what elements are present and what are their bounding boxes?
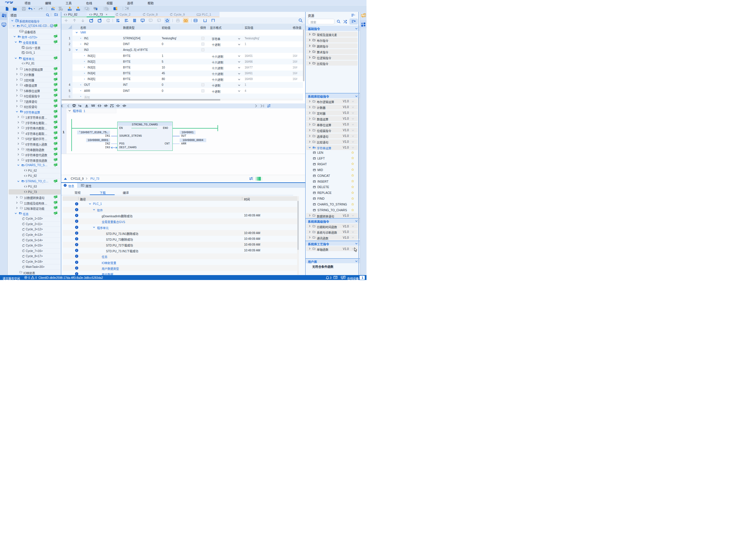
svg-text:10: 10: [116, 7, 117, 9]
svg-text:1100: 1100: [68, 9, 72, 11]
svg-text:/*: /*: [150, 19, 151, 21]
svg-text:1100: 1100: [20, 31, 23, 32]
svg-text:/x: /x: [158, 19, 159, 21]
svg-text:NOT: NOT: [110, 104, 114, 106]
svg-text:1: 1: [107, 19, 109, 21]
svg-text:1100: 1100: [197, 14, 201, 15]
svg-text:1100: 1100: [77, 9, 80, 11]
